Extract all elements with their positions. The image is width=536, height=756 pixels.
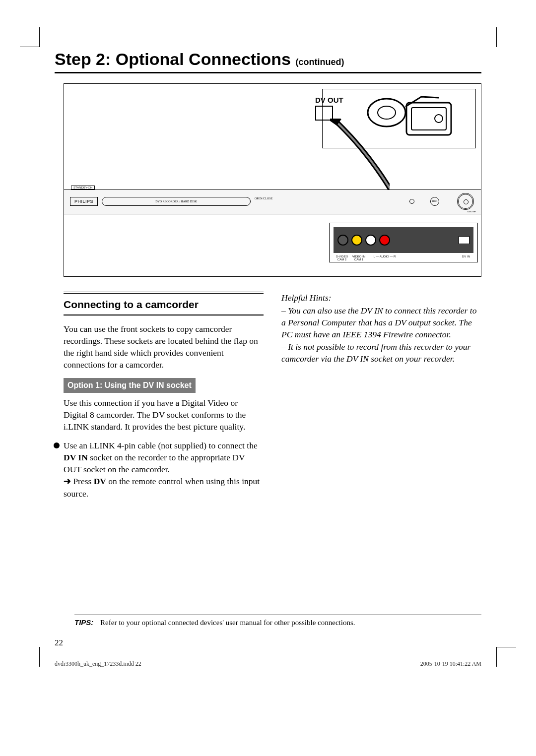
- page-heading: Step 2: Optional Connections (continued): [55, 50, 481, 73]
- dv-cable-icon: [330, 119, 390, 233]
- crop-mark-tl: [20, 27, 40, 47]
- dvin-label: DV IN: [459, 255, 473, 261]
- print-footer: dvdr3300h_uk_eng_17233d.indd 22 2005-10-…: [55, 660, 481, 668]
- footer-timestamp: 2005-10-19 10:41:22 AM: [420, 660, 481, 668]
- open-close-label: OPEN/CLOSE: [255, 197, 272, 200]
- hint-2: – It is not possible to record from this…: [281, 341, 481, 365]
- sub-bold: DV: [94, 476, 106, 486]
- section-title: Connecting to a camcorder: [64, 298, 264, 312]
- heading-continued: (continued): [295, 57, 344, 67]
- svg-rect-1: [411, 108, 446, 130]
- svg-point-2: [435, 115, 443, 123]
- tips-footer: TIPS: Refer to your optional connected d…: [74, 615, 481, 627]
- crop-mark-bl: [20, 647, 40, 667]
- disc-tray: DVD RECORDER / HARD DISK: [102, 197, 251, 206]
- brand-label: PHILIPS: [70, 197, 98, 206]
- left-column: Connecting to a camcorder You can use th…: [64, 292, 264, 500]
- bullet-text-b: socket on the recorder to the appropriat…: [64, 452, 245, 474]
- hints-title: Helpful Hints:: [281, 292, 481, 304]
- svideo-label: S-VIDEOCAM 2: [334, 255, 350, 261]
- option-1-heading: Option 1: Using the DV IN socket: [64, 378, 196, 393]
- footer-file: dvdr3300h_uk_eng_17233d.indd 22: [55, 660, 141, 668]
- intro-paragraph: You can use the front sockets to copy ca…: [64, 323, 264, 371]
- dv-in-port-icon: [459, 236, 469, 244]
- bullet-text-a: Use an i.LINK 4-pin cable (not supplied)…: [64, 441, 258, 450]
- videoin-label: VIDEO INCAM 1: [350, 255, 367, 261]
- right-column: Helpful Hints: – You can also use the DV…: [281, 292, 481, 500]
- svg-point-4: [378, 106, 396, 119]
- option-1-paragraph: Use this connection if you have a Digita…: [64, 397, 264, 433]
- svideo-jack-icon: [337, 235, 348, 246]
- arrow-icon: ➜: [64, 476, 71, 486]
- standby-label: STANDBY-ON: [71, 186, 95, 189]
- audio-label: L — AUDIO — R: [367, 255, 402, 261]
- front-input-panel: S-VIDEOCAM 2 VIDEO INCAM 1 L — AUDIO — R…: [329, 223, 478, 262]
- recorder-front-bar: STANDBY-ON PHILIPS DVD RECORDER / HARD D…: [64, 189, 481, 214]
- open-flap-label: OPEN ▸: [468, 210, 476, 213]
- heading-main: Step 2: Optional Connections: [55, 50, 295, 68]
- audio-l-jack-icon: [365, 235, 376, 246]
- dv-out-label: DV OUT: [315, 96, 343, 104]
- page-content: Step 2: Optional Connections (continued)…: [55, 50, 481, 657]
- bullet-bold: DV IN: [64, 452, 88, 462]
- crop-mark-tr: [496, 27, 516, 47]
- crop-mark-br: [496, 647, 516, 667]
- video-jack-icon: [351, 235, 362, 246]
- hdd-indicator: HDD: [430, 197, 439, 206]
- page-number: 22: [55, 638, 63, 648]
- sub-a: Press: [71, 476, 94, 486]
- instruction-bullet: Use an i.LINK 4-pin cable (not supplied)…: [54, 440, 264, 500]
- bullet-icon: [54, 442, 60, 448]
- connection-diagram: DV OUT STANDBY-ON PHILIPS DVD RECORDER /…: [64, 83, 481, 277]
- play-button-icon: [409, 199, 414, 204]
- tips-label: TIPS:: [74, 618, 93, 627]
- jog-dial-icon: [457, 193, 474, 210]
- hint-1: – You can also use the DV IN to connect …: [281, 305, 481, 340]
- tips-text: Refer to your optional connected devices…: [100, 619, 355, 627]
- audio-r-jack-icon: [379, 235, 390, 246]
